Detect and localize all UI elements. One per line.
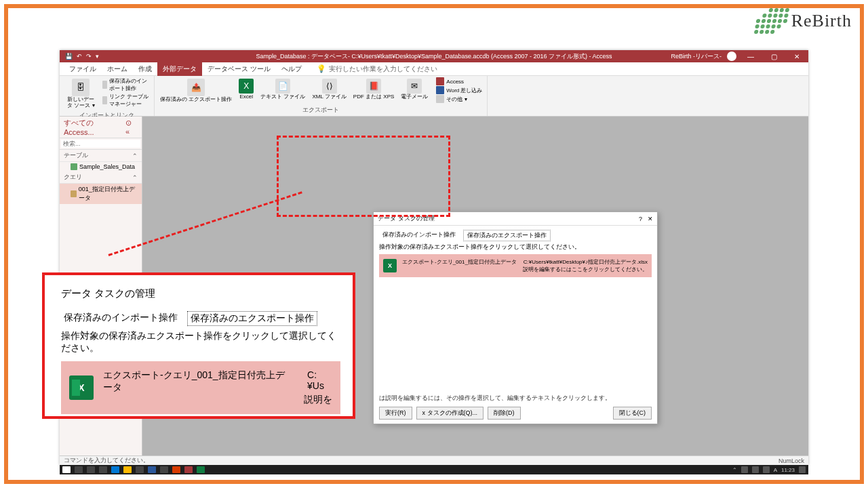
dialog-close-button[interactable]: ✕ — [648, 216, 653, 222]
access-icon — [436, 77, 444, 85]
zoom-tab-import[interactable]: 保存済みのインポート操作 — [61, 311, 180, 326]
nav-section-tables[interactable]: テーブル⌃ — [60, 150, 142, 162]
tab-create[interactable]: 作成 — [133, 62, 157, 76]
taskbar-app-icon[interactable] — [123, 466, 132, 473]
zoom-export-row[interactable]: X エクスポート-クエリ_001_指定日付売上データ C:¥Us 説明を — [61, 361, 340, 414]
ribbon: 🗄 新しいデー タ ソース ▾ 保存済みのインポート操作 リンク テーブル マネ… — [60, 76, 808, 117]
export-word-button[interactable]: Word 差し込み — [436, 86, 482, 94]
nav-pane-header[interactable]: すべての Access... ⊙ « — [60, 117, 142, 138]
collapse-icon[interactable]: ⌃ — [132, 152, 138, 159]
search-icon[interactable] — [75, 466, 83, 473]
collapse-icon[interactable]: ⌃ — [132, 174, 138, 181]
link-icon — [102, 96, 107, 104]
export-row-name: エクスポート-クエリ_001_指定日付売上データ — [402, 258, 517, 266]
tab-file[interactable]: ファイル — [64, 62, 102, 76]
run-button[interactable]: 実行(R) — [379, 407, 412, 420]
link-table-manager-button[interactable]: リンク テーブル マネージャー — [102, 93, 150, 108]
nav-search-input[interactable] — [61, 140, 140, 148]
export-excel-button[interactable]: XExcel — [237, 77, 255, 102]
undo-icon[interactable]: ↶ — [77, 53, 82, 60]
saved-export-row[interactable]: X エクスポート-クエリ_001_指定日付売上データ C:¥Users¥tkat… — [379, 254, 652, 277]
zoom-callout: データ タスクの管理 保存済みのインポート操作 保存済みのエクスポート操作 操作… — [42, 272, 355, 419]
tray-chevron-icon[interactable]: ⌃ — [732, 467, 737, 473]
nav-item-query[interactable]: 001_指定日付売上データ — [60, 184, 142, 204]
dialog-help-button[interactable]: ? — [639, 216, 642, 222]
nav-search[interactable] — [60, 138, 142, 150]
tab-db-tools[interactable]: データベース ツール — [202, 62, 276, 76]
maximize-button[interactable]: ▢ — [765, 50, 783, 62]
nav-item-table[interactable]: Sample_Sales_Data — [60, 162, 142, 171]
taskbar-app-icon[interactable] — [172, 466, 180, 473]
tab-external-data[interactable]: 外部データ — [157, 62, 202, 76]
zoom-tab-export[interactable]: 保存済みのエクスポート操作 — [187, 311, 317, 326]
export-pdf-button[interactable]: 📕PDF または XPS — [352, 77, 395, 102]
close-dialog-button[interactable]: 閉じる(C) — [613, 407, 652, 420]
lightbulb-icon: 💡 — [317, 64, 326, 73]
action-center-icon[interactable] — [799, 466, 806, 473]
task-view-icon[interactable] — [87, 466, 95, 473]
dialog-instruction: 操作対象の保存済みエクスポート操作をクリックして選択してください。 — [379, 243, 652, 251]
chevron-down-icon[interactable]: ⊙ « — [125, 119, 138, 136]
zoom-instruction: 操作対象の保存済みエクスポート操作をクリックして選択してください。 — [61, 330, 340, 354]
new-data-source-button[interactable]: 🗄 新しいデー タ ソース ▾ — [64, 77, 98, 110]
export-access-button[interactable]: Access — [436, 77, 482, 85]
nav-section-queries[interactable]: クエリ⌃ — [60, 171, 142, 184]
table-icon — [71, 163, 77, 170]
query-icon — [71, 190, 77, 197]
export-xml-button[interactable]: ⟨⟩XML ファイル — [311, 77, 347, 102]
user-avatar-icon[interactable] — [727, 52, 736, 61]
export-text-button[interactable]: 📄テキスト ファイル — [259, 77, 307, 102]
tray-volume-icon[interactable] — [763, 466, 770, 473]
windows-taskbar[interactable]: ⌃ A 11:23 — [60, 465, 808, 474]
tell-me-box[interactable]: 💡 実行したい作業を入力してください — [317, 64, 437, 74]
delete-button[interactable]: 削除(D) — [488, 407, 521, 420]
taskbar-app-icon[interactable] — [111, 466, 119, 473]
dialog-tab-export[interactable]: 保存済みのエクスポート操作 — [463, 230, 551, 241]
dialog-title: データ タスクの管理 — [378, 214, 435, 223]
export-row-description: 説明を編集するにはここをクリックしてください。 — [402, 266, 648, 273]
status-left: コマンドを入力してください。 — [64, 456, 149, 465]
taskbar-app-icon[interactable] — [148, 466, 156, 473]
saved-exports-button[interactable]: 📤保存済みの エクスポート操作 — [159, 77, 233, 104]
save-icon[interactable]: 💾 — [65, 53, 73, 60]
database-icon: 🗄 — [72, 79, 90, 96]
window-title: Sample_Database : データベース- C:¥Users¥tkatt… — [256, 52, 612, 61]
minimize-button[interactable]: — — [742, 50, 760, 62]
start-button[interactable] — [62, 466, 71, 473]
manage-data-tasks-dialog: データ タスクの管理 ? ✕ 保存済みのインポート操作 保存済みのエクスポート操… — [373, 211, 658, 424]
close-button[interactable]: ✕ — [788, 50, 806, 62]
text-file-icon: 📄 — [275, 79, 290, 94]
xml-icon: ⟨⟩ — [322, 79, 337, 94]
quick-more-icon[interactable]: ▾ — [96, 53, 99, 60]
taskbar-ime[interactable]: A — [774, 467, 777, 473]
tray-network-icon[interactable] — [752, 466, 759, 473]
tab-help[interactable]: ヘルプ — [276, 62, 307, 76]
rebirth-logo: ReBirth — [756, 8, 852, 34]
dialog-hint: は説明を編集するには、その操作を選択して、編集するテキストをクリックします。 — [379, 394, 652, 403]
zoom-row-name: エクスポート-クエリ_001_指定日付売上データ — [103, 369, 294, 394]
taskbar-app-icon[interactable] — [160, 466, 168, 473]
zoom-dialog-title: データ タスクの管理 — [61, 287, 340, 300]
product-name: ReBirth -リバース- — [671, 52, 722, 61]
zoom-row-path: C:¥Us — [307, 369, 332, 394]
taskbar-app-icon[interactable] — [184, 466, 193, 473]
create-task-button[interactable]: x タスクの作成(Q)... — [416, 407, 484, 420]
saved-imports-button[interactable]: 保存済みのインポート操作 — [102, 77, 150, 92]
taskbar-app-icon[interactable] — [136, 466, 144, 473]
email-icon: ✉ — [407, 79, 422, 94]
ribbon-tabs: ファイル ホーム 作成 外部データ データベース ツール ヘルプ 💡 実行したい… — [60, 62, 808, 76]
dialog-tab-import[interactable]: 保存済みのインポート操作 — [379, 230, 459, 241]
tray-icon[interactable] — [741, 466, 748, 473]
quick-access-toolbar[interactable]: 💾 ↶ ↷ ▾ — [60, 53, 104, 60]
export-other-button[interactable]: その他 ▾ — [436, 95, 482, 103]
export-email-button[interactable]: ✉電子メール — [399, 77, 429, 102]
tab-home[interactable]: ホーム — [102, 62, 133, 76]
group-label-export: エクスポート — [159, 105, 483, 115]
taskbar-app-icon[interactable] — [99, 466, 107, 473]
redo-icon[interactable]: ↷ — [86, 53, 92, 60]
export-row-path: C:¥Users¥tkatt¥Desktop¥♪指定日付売上データ.xlsx — [524, 258, 648, 266]
taskbar-clock[interactable]: 11:23 — [781, 467, 795, 473]
logo-dots-icon — [753, 8, 789, 34]
export-icon: 📤 — [187, 79, 205, 96]
taskbar-app-icon[interactable] — [197, 466, 205, 473]
